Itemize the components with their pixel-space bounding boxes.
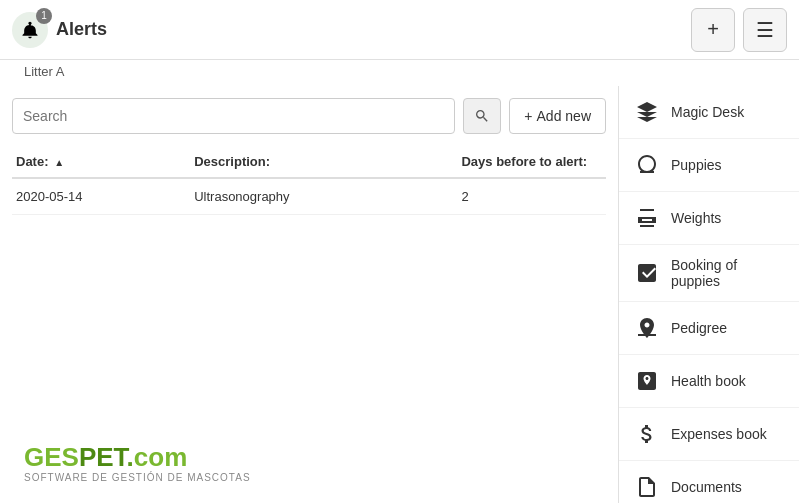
col-header-days: Days before to alert: (457, 146, 606, 178)
health-book-icon (633, 367, 661, 395)
alert-badge: 1 (36, 8, 52, 24)
table-body: 2020-05-14 Ultrasonography 2 (12, 178, 606, 215)
add-new-label: Add new (537, 108, 591, 124)
magic-desk-icon (633, 98, 661, 126)
sidebar-item-weights[interactable]: Weights (619, 192, 799, 245)
sidebar-label-puppies: Puppies (671, 157, 722, 173)
table-header-row: Date: ▲ Description: Days before to aler… (12, 146, 606, 178)
litter-label: Litter A (12, 64, 76, 79)
footer-logo-area: GESPET.com SOFTWARE DE GESTIÓN DE MASCOT… (12, 431, 606, 491)
menu-button[interactable]: ☰ (743, 8, 787, 52)
sidebar-label-booking: Booking of puppies (671, 257, 785, 289)
add-button[interactable]: + (691, 8, 735, 52)
cell-date: 2020-05-14 (12, 178, 190, 215)
sidebar-label-health-book: Health book (671, 373, 746, 389)
logo: GESPET.com (24, 443, 594, 472)
search-button[interactable] (463, 98, 501, 134)
alerts-table: Date: ▲ Description: Days before to aler… (12, 146, 606, 215)
sidebar-item-health-book[interactable]: Health book (619, 355, 799, 408)
sidebar-item-magic-desk[interactable]: Magic Desk (619, 86, 799, 139)
sidebar-item-expenses-book[interactable]: Expenses book (619, 408, 799, 461)
sidebar-item-pedigree[interactable]: Pedigree (619, 302, 799, 355)
search-bar: + Add new (12, 98, 606, 134)
alerts-label: Alerts (56, 19, 107, 40)
pedigree-icon (633, 314, 661, 342)
col-header-date[interactable]: Date: ▲ (12, 146, 190, 178)
col-header-description: Description: (190, 146, 457, 178)
sidebar-label-pedigree: Pedigree (671, 320, 727, 336)
cell-description: Ultrasonography (190, 178, 457, 215)
alert-bell-wrap: 1 (12, 12, 48, 48)
cell-days: 2 (457, 178, 606, 215)
logo-com: com (134, 442, 187, 472)
sidebar: Magic Desk Puppies Weights (619, 86, 799, 503)
sidebar-item-booking[interactable]: Booking of puppies (619, 245, 799, 302)
top-header: 1 Alerts + ☰ (0, 0, 799, 60)
sidebar-item-puppies[interactable]: Puppies (619, 139, 799, 192)
add-new-button[interactable]: + Add new (509, 98, 606, 134)
sub-header: Litter A (0, 60, 799, 86)
table-header: Date: ▲ Description: Days before to aler… (12, 146, 606, 178)
sidebar-label-documents: Documents (671, 479, 742, 495)
alerts-section: 1 Alerts (12, 12, 107, 48)
sort-arrow-icon: ▲ (54, 157, 64, 168)
logo-ges: GES (24, 442, 79, 472)
puppies-icon (633, 151, 661, 179)
logo-subtitle: SOFTWARE DE GESTIÓN DE MASCOTAS (24, 472, 594, 483)
table-row: 2020-05-14 Ultrasonography 2 (12, 178, 606, 215)
content-area: + Add new Date: ▲ Description: Days befo… (0, 86, 619, 503)
search-input[interactable] (12, 98, 455, 134)
sidebar-label-weights: Weights (671, 210, 721, 226)
logo-dot: . (127, 442, 134, 472)
weights-icon (633, 204, 661, 232)
sidebar-label-magic-desk: Magic Desk (671, 104, 744, 120)
expenses-book-icon (633, 420, 661, 448)
header-buttons: + ☰ (691, 8, 787, 52)
sidebar-item-documents[interactable]: Documents (619, 461, 799, 503)
logo-pet: PET (79, 442, 127, 472)
sidebar-label-expenses-book: Expenses book (671, 426, 767, 442)
documents-icon (633, 473, 661, 501)
booking-icon (633, 259, 661, 287)
main-layout: + Add new Date: ▲ Description: Days befo… (0, 86, 799, 503)
